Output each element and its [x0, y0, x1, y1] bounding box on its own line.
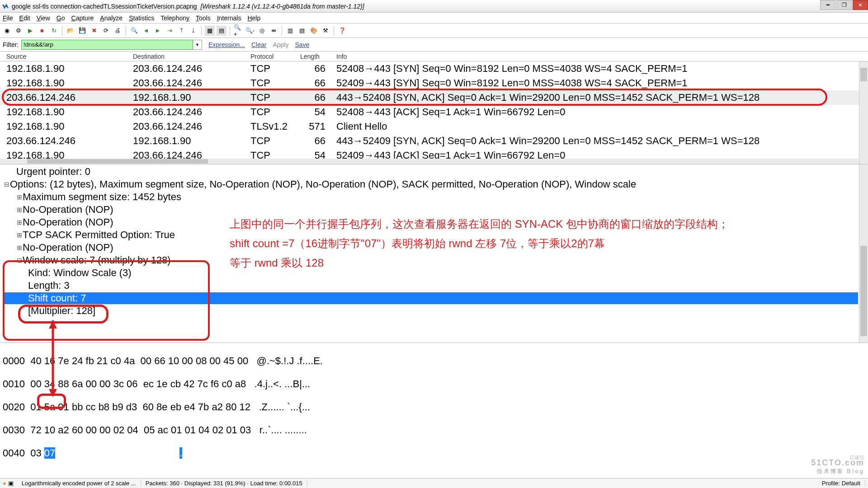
packet-details[interactable]: Urgent pointer: 0 ⊟Options: (12 bytes), … — [0, 164, 868, 343]
status-packets: Packets: 360 · Displayed: 331 (91.9%) · … — [141, 480, 307, 487]
resize-columns-icon[interactable]: ⇹ — [269, 26, 278, 36]
window-titlebar: google ssl-tls connection-cachedTLSsessi… — [0, 0, 868, 13]
filter-label: Filter: — [3, 41, 19, 48]
menu-internals[interactable]: Internals — [217, 14, 241, 22]
hex-row[interactable]: 0030 72 10 a2 60 00 00 02 04 05 ac 01 01… — [3, 424, 868, 436]
filter-bar: Filter: ▼ Expression... Clear Apply Save — [0, 38, 868, 52]
menu-analyze[interactable]: Analyze — [100, 14, 123, 22]
menu-tools[interactable]: Tools — [196, 14, 211, 22]
filter-apply[interactable]: Apply — [273, 41, 288, 48]
detail-length[interactable]: Length: 3 — [4, 279, 868, 292]
packet-list-scrollbar-v[interactable] — [859, 61, 868, 164]
menu-file[interactable]: File — [3, 14, 13, 22]
save-icon[interactable]: 💾 — [77, 26, 87, 36]
collapse-icon[interactable]: ⊟ — [4, 181, 10, 188]
menu-capture[interactable]: Capture — [71, 14, 94, 22]
restart-capture-icon[interactable]: ↻ — [49, 26, 59, 36]
menu-view[interactable]: View — [37, 14, 50, 22]
header-protocol[interactable]: Protocol — [244, 53, 294, 60]
filter-expression[interactable]: Expression... — [208, 41, 245, 48]
close-file-icon[interactable]: ✖ — [89, 26, 99, 36]
title-filename: google ssl-tls connection-cachedTLSsessi… — [12, 3, 197, 10]
packet-list[interactable]: 192.168.1.90203.66.124.246TCP6652408→443… — [0, 61, 868, 164]
menu-help[interactable]: Help — [247, 14, 260, 22]
packet-row[interactable]: 203.66.124.246192.168.1.90TCP66443→52409… — [0, 134, 868, 148]
go-back-icon[interactable]: ◄ — [141, 26, 151, 36]
filter-dropdown-icon[interactable]: ▼ — [193, 40, 202, 50]
header-length[interactable]: Length — [294, 53, 330, 60]
zoom-reset-icon[interactable]: ◎ — [257, 26, 267, 36]
details-scrollbar-v[interactable] — [859, 164, 868, 343]
help-icon[interactable]: ❓ — [337, 26, 347, 36]
go-to-icon[interactable]: ⇥ — [165, 26, 175, 36]
close-button[interactable]: ✕ — [853, 0, 868, 10]
go-first-icon[interactable]: ⤒ — [176, 26, 186, 36]
packet-row[interactable]: 192.168.1.90203.66.124.246TCP6652408→443… — [0, 61, 868, 76]
annotation-text: 上图中的同一个并行握手包序列，这次查看服务器在返回的 SYN-ACK 包中协商的… — [230, 214, 729, 273]
capture-filter-icon[interactable]: ▥ — [285, 26, 295, 36]
status-indicator-icon[interactable]: ● — [3, 480, 6, 487]
hex-selected-byte: 07 — [44, 447, 55, 459]
status-bar: ● ▣ Logarithmically encoded power of 2 s… — [0, 478, 868, 488]
expand-icon[interactable]: ⊞ — [16, 193, 23, 201]
expand-icon[interactable]: ⊞ — [16, 231, 23, 239]
expert-info-icon[interactable]: ▣ — [8, 480, 14, 487]
menubar: File Edit View Go Capture Analyze Statis… — [0, 13, 868, 23]
autoscroll-icon[interactable]: ▤ — [217, 26, 226, 36]
go-forward-icon[interactable]: ► — [153, 26, 163, 36]
options-icon[interactable]: ⚙ — [14, 26, 24, 36]
filter-save[interactable]: Save — [295, 41, 309, 48]
filter-clear[interactable]: Clear — [251, 41, 266, 48]
packet-row[interactable]: 192.168.1.90203.66.124.246TCP6652409→443… — [0, 76, 868, 90]
interfaces-icon[interactable]: ◉ — [2, 26, 12, 36]
prefs-icon[interactable]: ⚒ — [321, 26, 330, 36]
packet-list-scrollbar-h[interactable] — [0, 159, 859, 164]
detail-urgent[interactable]: Urgent pointer: 0 — [4, 165, 868, 178]
wireshark-icon — [2, 3, 9, 10]
header-info[interactable]: Info — [330, 53, 868, 60]
watermark-yiyun: 亿速云 — [849, 454, 864, 461]
svg-marker-2 — [49, 389, 57, 397]
header-source[interactable]: Source — [0, 53, 127, 60]
detail-shiftcount-selected[interactable]: Shift count: 7 — [4, 292, 868, 305]
maximize-button[interactable]: ❐ — [836, 0, 852, 10]
hex-row[interactable]: 0020 01 5a 01 bb cc b8 b9 d3 60 8e eb e4… — [3, 401, 868, 413]
packet-row[interactable]: 192.168.1.90203.66.124.246TCP5452408→443… — [0, 105, 868, 119]
expand-icon[interactable]: ⊞ — [16, 219, 23, 226]
hex-row[interactable]: 0000 40 16 7e 24 fb 21 c0 4a 00 66 10 00… — [3, 355, 868, 367]
menu-statistics[interactable]: Statistics — [129, 14, 154, 22]
coloring-rules-icon[interactable]: 🎨 — [309, 26, 319, 36]
detail-multiplier[interactable]: [Multiplier: 128] — [4, 305, 868, 317]
detail-mss[interactable]: ⊞Maximum segment size: 1452 bytes — [4, 191, 868, 203]
status-profile[interactable]: Profile: Default — [817, 480, 865, 487]
zoom-in-icon[interactable]: 🔍+ — [233, 26, 243, 36]
toolbar: ◉ ⚙ ▶ ■ ↻ 📂 💾 ✖ ⟳ 🖨 🔍 ◄ ► ⇥ ⤒ ⤓ ▦ ▤ 🔍+ 🔍… — [0, 23, 868, 38]
stop-capture-icon[interactable]: ■ — [37, 26, 47, 36]
packet-row-selected[interactable]: 203.66.124.246192.168.1.90TCP66443→52408… — [0, 90, 868, 105]
filter-input[interactable] — [21, 40, 193, 50]
find-icon[interactable]: 🔍 — [129, 26, 139, 36]
menu-edit[interactable]: Edit — [19, 14, 30, 22]
colorize-icon[interactable]: ▦ — [205, 26, 215, 36]
display-filter-icon[interactable]: ▧ — [297, 26, 307, 36]
reload-icon[interactable]: ⟳ — [101, 26, 111, 36]
menu-telephony[interactable]: Telephony — [160, 14, 189, 22]
hex-row[interactable]: 0010 00 34 88 6a 00 00 3c 06 ec 1e cb 42… — [3, 378, 868, 390]
expand-icon[interactable]: ⊞ — [16, 206, 23, 213]
go-last-icon[interactable]: ⤓ — [188, 26, 198, 36]
print-icon[interactable]: 🖨 — [113, 26, 123, 36]
detail-options[interactable]: ⊟Options: (12 bytes), Maximum segment si… — [4, 178, 868, 191]
expand-icon[interactable]: ⊞ — [16, 244, 23, 251]
status-field-desc: Logarithmically encoded power of 2 scale… — [17, 480, 141, 487]
menu-go[interactable]: Go — [57, 14, 65, 22]
minimize-button[interactable]: ━ — [820, 0, 835, 10]
packet-list-header: Source Destination Protocol Length Info — [0, 52, 868, 61]
zoom-out-icon[interactable]: 🔍- — [245, 26, 255, 36]
start-capture-icon[interactable]: ▶ — [25, 26, 35, 36]
header-destination[interactable]: Destination — [127, 53, 244, 60]
hex-pane[interactable]: 0000 40 16 7e 24 fb 21 c0 4a 00 66 10 00… — [0, 343, 868, 410]
open-icon[interactable]: 📂 — [66, 26, 75, 36]
hex-row[interactable]: 0040 03 07 . — [3, 447, 868, 459]
packet-row[interactable]: 192.168.1.90203.66.124.246TLSv1.2571Clie… — [0, 119, 868, 134]
collapse-icon[interactable]: ⊟ — [16, 257, 23, 264]
